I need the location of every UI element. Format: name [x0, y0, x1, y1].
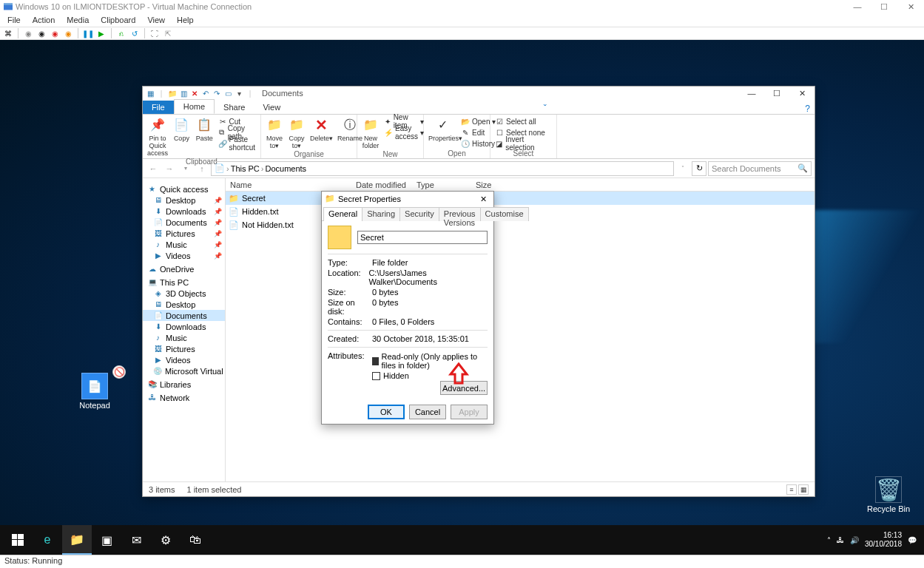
nav-up-button[interactable]: ↑ [195, 161, 209, 176]
start-icon[interactable]: ◉ [23, 28, 33, 38]
hyperv-menu-action[interactable]: Action [28, 16, 60, 24]
tray-notifications-icon[interactable]: 💬 [908, 536, 917, 544]
col-size[interactable]: Size [471, 180, 516, 189]
ok-button[interactable]: OK [368, 405, 405, 419]
tab-security[interactable]: Security [399, 207, 439, 221]
view-details-button[interactable]: ≡ [786, 484, 797, 495]
tray-expand-icon[interactable]: ˄ [827, 536, 831, 544]
nav-pc-pictures[interactable]: 🖼Pictures [143, 343, 225, 354]
nav-pc-virtualdisk[interactable]: 💿Microsoft Virtual Di [143, 365, 225, 376]
col-date[interactable]: Date modified [351, 180, 412, 189]
qat-open-icon[interactable]: ▥ [178, 88, 189, 98]
copy-button[interactable]: 📄Copy [172, 116, 191, 142]
hyperv-menu-file[interactable]: File [3, 16, 25, 24]
hidden-checkbox[interactable]: Hidden [372, 371, 488, 381]
move-to-button[interactable]: 📁Move to▾ [266, 116, 283, 149]
nav-qa-documents[interactable]: 📄Documents📌 [143, 217, 225, 228]
apply-button[interactable]: Apply [451, 405, 488, 419]
delete-button[interactable]: ✕Delete▾ [310, 116, 333, 142]
qat-dropdown-icon[interactable]: ▾ [234, 88, 244, 98]
nav-qa-music[interactable]: ♪Music📌 [143, 239, 225, 250]
invert-selection-button[interactable]: ◪Invert selection [495, 138, 552, 149]
taskbar-mail[interactable]: ✉ [121, 525, 151, 555]
save-icon[interactable]: ◉ [63, 28, 73, 38]
copy-to-button[interactable]: 📁Copy to▾ [288, 116, 306, 149]
col-type[interactable]: Type [412, 180, 471, 189]
easy-access-button[interactable]: ⚡Easy access▾ [384, 127, 424, 138]
new-folder-button[interactable]: 📁New folder [362, 116, 380, 149]
ribbon-help-icon[interactable]: ? [800, 104, 815, 114]
taskbar-terminal[interactable]: ▣ [92, 525, 121, 555]
breadcrumb[interactable]: 📄 › This PC › Documents [211, 161, 674, 176]
hyperv-close-button[interactable]: ✕ [897, 0, 924, 13]
breadcrumb-item[interactable]: Documents [265, 164, 306, 173]
ribbon-tab-home[interactable]: Home [174, 99, 215, 114]
nav-pc-3d[interactable]: ◈3D Objects [143, 288, 225, 299]
ribbon-collapse-icon[interactable]: ˇ [539, 104, 551, 114]
checkpoint-icon[interactable]: ⎌ [116, 28, 127, 38]
select-all-button[interactable]: ☑Select all [495, 116, 552, 126]
pause-icon[interactable]: ❚❚ [83, 28, 93, 38]
file-row-secret[interactable]: 📁Secret [226, 192, 815, 205]
tray-volume-icon[interactable]: 🔊 [850, 536, 859, 544]
breadcrumb-item[interactable]: This PC [231, 164, 260, 173]
shutdown-icon[interactable]: ◉ [50, 28, 60, 38]
tray-network-icon[interactable]: 🖧 [837, 536, 844, 544]
explorer-maximize-button[interactable]: ☐ [764, 87, 789, 100]
nav-qa-videos[interactable]: ▶Videos📌 [143, 250, 225, 261]
taskbar-store[interactable]: 🛍 [181, 525, 210, 555]
view-thumbnails-button[interactable]: ▦ [798, 484, 809, 495]
nav-network[interactable]: 🖧Network [143, 392, 225, 403]
paste-shortcut-button[interactable]: 🔗Paste shortcut [218, 138, 256, 149]
qat-undo-icon[interactable]: ↶ [200, 88, 211, 98]
nav-libraries[interactable]: 📚Libraries [143, 379, 225, 390]
nav-onedrive[interactable]: ☁OneDrive [143, 263, 225, 274]
nav-pc-documents[interactable]: 📄Documents [143, 310, 225, 321]
nav-pc-desktop[interactable]: 🖥Desktop [143, 299, 225, 310]
tab-previous-versions[interactable]: Previous Versions [439, 207, 481, 221]
breadcrumb-dropdown[interactable]: ˅ [675, 161, 690, 176]
nav-qa-downloads[interactable]: ⬇Downloads📌 [143, 206, 225, 217]
qat-view-icon[interactable]: ▭ [223, 88, 233, 98]
qat-properties-icon[interactable]: ▦ [145, 88, 155, 98]
nav-pc-downloads[interactable]: ⬇Downloads [143, 321, 225, 332]
reset-icon[interactable]: ▶ [96, 28, 107, 38]
hyperv-menu-clipboard[interactable]: Clipboard [96, 16, 140, 24]
taskbar-settings[interactable]: ⚙ [151, 525, 181, 555]
pin-quick-access-button[interactable]: 📌Pin to Quick access [147, 116, 168, 157]
start-button[interactable] [3, 525, 33, 555]
hyperv-menu-view[interactable]: View [143, 16, 169, 24]
nav-this-pc[interactable]: 💻This PC [143, 277, 225, 288]
readonly-checkbox[interactable]: Read-only (Only applies to files in fold… [372, 351, 488, 371]
tab-general[interactable]: General [323, 207, 362, 221]
properties-button[interactable]: ✓Properties▾ [428, 116, 456, 142]
nav-quick-access[interactable]: ★Quick access [143, 183, 225, 195]
ribbon-tab-share[interactable]: Share [215, 101, 254, 114]
revert-icon[interactable]: ↺ [129, 28, 140, 38]
search-box[interactable]: Search Documents🔍 [708, 161, 812, 176]
tab-customise[interactable]: Customise [480, 207, 529, 221]
hyperv-minimize-button[interactable]: — [844, 0, 871, 13]
qat-redo-icon[interactable]: ↷ [212, 88, 222, 98]
cancel-button[interactable]: Cancel [409, 405, 446, 419]
ctrl-alt-del-icon[interactable]: ⌘ [3, 28, 13, 38]
nav-pc-videos[interactable]: ▶Videos [143, 354, 225, 365]
hyperv-menu-media[interactable]: Media [62, 16, 93, 24]
explorer-close-button[interactable]: ✕ [789, 87, 815, 100]
nav-forward-button[interactable]: → [162, 161, 177, 176]
qat-folder-icon[interactable]: 📁 [167, 88, 178, 98]
ribbon-tab-view[interactable]: View [254, 101, 289, 114]
nav-qa-pictures[interactable]: 🖼Pictures📌 [143, 228, 225, 239]
properties-close-button[interactable]: ✕ [476, 195, 490, 204]
turnoff-icon[interactable]: ◉ [36, 28, 47, 38]
nav-pc-music[interactable]: ♪Music [143, 332, 225, 343]
column-headers[interactable]: Name Date modified Type Size [226, 178, 815, 192]
folder-name-input[interactable] [357, 231, 488, 244]
tab-sharing[interactable]: Sharing [362, 207, 400, 221]
explorer-minimize-button[interactable]: — [739, 87, 764, 100]
hyperv-menu-help[interactable]: Help [172, 16, 198, 24]
taskbar-clock[interactable]: 16:13 30/10/2018 [865, 531, 902, 549]
explorer-titlebar[interactable]: ▦ | 📁 ▥ ✕ ↶ ↷ ▭ ▾ | Documents — ☐ ✕ [143, 87, 815, 100]
ribbon-tab-file[interactable]: File [143, 101, 174, 114]
taskbar-edge[interactable]: e [33, 525, 62, 555]
